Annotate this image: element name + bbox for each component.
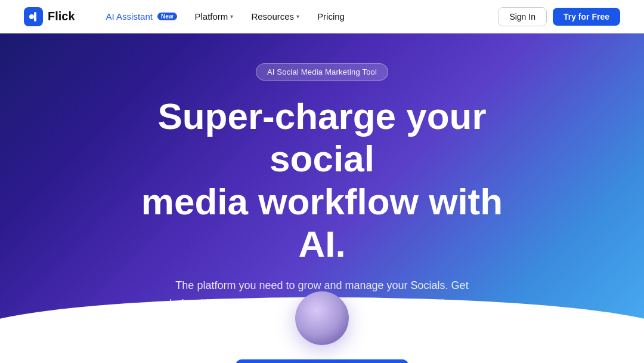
- instagram-icon: [274, 330, 291, 346]
- logo-text: Flick: [48, 10, 75, 23]
- hero-section: AI Social Media Marketing Tool Super-cha…: [0, 33, 644, 363]
- svg-rect-2: [277, 332, 289, 344]
- logo[interactable]: Flick: [24, 7, 75, 26]
- orb-decoration: [295, 291, 349, 345]
- chevron-down-icon: ▾: [296, 13, 299, 20]
- svg-point-8: [358, 334, 360, 336]
- nav-item-platform[interactable]: Platform ▾: [188, 8, 241, 25]
- badge-new: New: [157, 13, 177, 20]
- chevron-down-icon: ▾: [230, 13, 233, 20]
- cta-button[interactable]: Start 7 Day Free Trial: [236, 359, 408, 363]
- signin-button[interactable]: Sign In: [498, 7, 547, 26]
- nav-label-pricing: Pricing: [317, 11, 345, 21]
- nav-item-ai-assistant[interactable]: AI Assistant New: [99, 8, 184, 25]
- svg-rect-7: [358, 337, 360, 342]
- nav-label-ai-assistant: AI Assistant: [106, 11, 153, 21]
- nav-label-resources: Resources: [251, 11, 294, 21]
- nav-actions: Sign In Try for Free: [498, 7, 620, 26]
- svg-rect-6: [355, 332, 367, 344]
- nav-label-platform: Platform: [195, 11, 228, 21]
- linkedin-icon: [353, 330, 370, 346]
- try-for-free-button[interactable]: Try for Free: [553, 8, 620, 26]
- hero-title-line2: media workflow with AI.: [141, 181, 503, 264]
- nav-item-resources[interactable]: Resources ▾: [244, 8, 306, 25]
- nav-links: AI Assistant New Platform ▾ Resources ▾ …: [99, 8, 499, 25]
- svg-point-4: [285, 334, 286, 335]
- svg-point-0: [29, 14, 34, 19]
- logo-icon: [24, 7, 43, 26]
- nav-item-pricing[interactable]: Pricing: [310, 8, 352, 25]
- svg-rect-1: [34, 12, 36, 21]
- hero-badge: AI Social Media Marketing Tool: [256, 63, 388, 81]
- hero-title-line1: Super-charge your social: [157, 96, 486, 179]
- svg-point-3: [280, 335, 286, 341]
- navbar: Flick AI Assistant New Platform ▾ Resour…: [0, 0, 644, 33]
- hero-title: Super-charge your social media workflow …: [113, 95, 531, 265]
